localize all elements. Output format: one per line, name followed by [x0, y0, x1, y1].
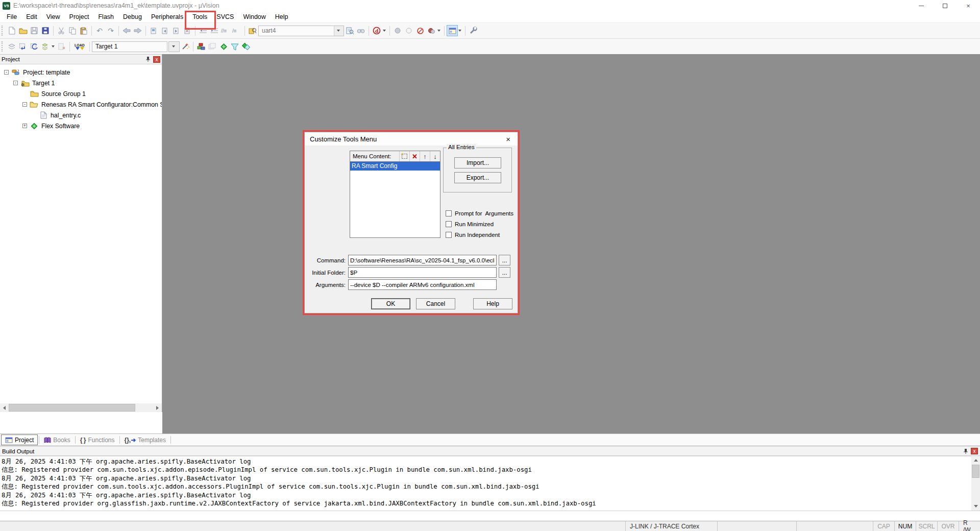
- prompt-for-arguments-checkbox[interactable]: [446, 210, 452, 216]
- batch-build-button[interactable]: [40, 41, 51, 52]
- run-minimized-checkbox[interactable]: [446, 221, 452, 227]
- ok-button[interactable]: OK: [371, 298, 410, 309]
- project-horizontal-scrollbar[interactable]: [0, 403, 162, 412]
- tab-books[interactable]: Books: [40, 435, 74, 445]
- cut-button[interactable]: [56, 25, 67, 36]
- tree-item-target1[interactable]: - ✲ Target 1: [0, 78, 162, 88]
- cancel-button[interactable]: Cancel: [416, 298, 455, 309]
- select-software-packs-button[interactable]: [229, 41, 240, 52]
- scrollbar-thumb[interactable]: [9, 404, 135, 412]
- stop-build-button[interactable]: [56, 41, 67, 52]
- initial-folder-input[interactable]: [348, 267, 497, 278]
- minimize-button[interactable]: [910, 0, 933, 11]
- menu-tools[interactable]: Tools: [188, 12, 212, 22]
- collapse-icon[interactable]: -: [4, 70, 9, 75]
- pin-icon[interactable]: [144, 56, 152, 63]
- target-dropdown-button[interactable]: [168, 41, 180, 52]
- copy-button[interactable]: [67, 25, 78, 36]
- unindent-button[interactable]: [198, 25, 209, 36]
- collapse-icon[interactable]: -: [22, 102, 27, 107]
- tree-item-source-group[interactable]: Source Group 1: [0, 88, 162, 99]
- menu-view[interactable]: View: [42, 12, 65, 22]
- scroll-right-button[interactable]: [153, 403, 162, 412]
- move-up-button[interactable]: ↑: [420, 151, 430, 161]
- debug-dropdown-icon[interactable]: [383, 30, 386, 32]
- navigate-forward-button[interactable]: [132, 25, 143, 36]
- download-button[interactable]: LOAD: [72, 41, 87, 52]
- menu-peripherals[interactable]: Peripherals: [146, 12, 188, 22]
- build-output-vertical-scrollbar[interactable]: [971, 456, 980, 511]
- menu-debug[interactable]: Debug: [118, 12, 146, 22]
- new-entry-button[interactable]: ✳: [399, 151, 409, 161]
- menu-svcs[interactable]: SVCS: [212, 12, 238, 22]
- maximize-button[interactable]: [933, 0, 957, 11]
- menu-edit[interactable]: Edit: [21, 12, 42, 22]
- save-all-button[interactable]: [40, 25, 51, 36]
- manage-books-button[interactable]: [207, 41, 218, 52]
- scrollbar-thumb[interactable]: [972, 465, 979, 478]
- search-dropdown-button[interactable]: [334, 26, 344, 36]
- start-stop-debug-button[interactable]: d: [371, 25, 382, 36]
- navigate-back-button[interactable]: [121, 25, 132, 36]
- disable-all-breakpoints-button[interactable]: [414, 25, 426, 36]
- scroll-left-button[interactable]: [0, 403, 9, 412]
- toggle-bookmark-button[interactable]: [148, 25, 159, 36]
- indent-button[interactable]: [209, 25, 220, 36]
- tree-item-hal-entry[interactable]: hal_entry.c: [0, 110, 162, 120]
- redo-button[interactable]: ↷: [105, 25, 116, 36]
- comment-button[interactable]: //≡: [220, 25, 231, 36]
- undo-button[interactable]: ↶: [94, 25, 105, 36]
- collapse-icon[interactable]: -: [13, 81, 18, 85]
- arguments-input[interactable]: [348, 279, 497, 290]
- search-combobox[interactable]: uart4: [258, 26, 344, 36]
- paste-button[interactable]: [78, 25, 89, 36]
- export-button[interactable]: Export...: [454, 172, 501, 183]
- command-input[interactable]: [348, 255, 497, 266]
- delete-entry-button[interactable]: ✕: [409, 151, 420, 161]
- project-panel-close-button[interactable]: x: [153, 56, 160, 63]
- tab-project[interactable]: Project: [1, 435, 38, 445]
- menu-help[interactable]: Help: [271, 12, 293, 22]
- scroll-up-button[interactable]: [971, 456, 980, 465]
- find-next-button[interactable]: [355, 25, 366, 36]
- manage-project-items-button[interactable]: [195, 41, 207, 52]
- build-output-log[interactable]: 8月 26, 2025 4:41:03 下午 org.apache.aries.…: [0, 456, 971, 511]
- close-button[interactable]: ×: [957, 0, 980, 11]
- move-down-button[interactable]: ↓: [430, 151, 440, 161]
- translate-button[interactable]: [6, 41, 17, 52]
- menu-content-list[interactable]: RA Smart Config: [350, 162, 440, 238]
- open-file-button[interactable]: [17, 25, 29, 36]
- window-layout-button[interactable]: [447, 25, 458, 36]
- tree-item-flex-software[interactable]: + Flex Software: [0, 120, 162, 131]
- next-bookmark-button[interactable]: [170, 25, 182, 36]
- help-button[interactable]: Help: [473, 298, 512, 309]
- scroll-down-button[interactable]: [971, 502, 980, 511]
- rebuild-button[interactable]: [29, 41, 40, 52]
- pin-icon[interactable]: [962, 448, 969, 455]
- import-button[interactable]: Import...: [454, 157, 501, 168]
- insert-breakpoint-button[interactable]: [392, 25, 403, 36]
- command-browse-button[interactable]: ...: [499, 255, 510, 266]
- breakpoints-dropdown-icon[interactable]: [437, 30, 440, 32]
- dialog-close-button[interactable]: ×: [504, 135, 512, 143]
- incremental-find-button[interactable]: [344, 25, 355, 36]
- options-for-target-button[interactable]: [180, 41, 191, 52]
- expand-icon[interactable]: +: [22, 124, 27, 128]
- pack-installer-button[interactable]: [240, 41, 252, 52]
- save-button[interactable]: [29, 25, 40, 36]
- tree-item-project[interactable]: - Project: template: [0, 67, 162, 78]
- manage-rte-button[interactable]: [218, 41, 229, 52]
- kill-all-breakpoints-button[interactable]: [426, 25, 437, 36]
- run-independent-checkbox[interactable]: [446, 232, 452, 238]
- tab-functions[interactable]: { } Functions: [77, 435, 118, 445]
- menu-window[interactable]: Window: [238, 12, 270, 22]
- tree-item-renesas-configurator[interactable]: - Renesas RA Smart Configurator:Common S: [0, 99, 162, 110]
- batch-build-dropdown-icon[interactable]: [52, 45, 55, 47]
- prev-bookmark-button[interactable]: [159, 25, 170, 36]
- tab-templates[interactable]: {},➜ Templates: [121, 435, 169, 445]
- dialog-title-bar[interactable]: Customize Tools Menu ×: [305, 132, 518, 146]
- configure-button[interactable]: [468, 25, 479, 36]
- find-in-files-button[interactable]: [247, 25, 258, 36]
- initial-folder-browse-button[interactable]: ...: [499, 267, 510, 278]
- menu-file[interactable]: File: [2, 12, 21, 22]
